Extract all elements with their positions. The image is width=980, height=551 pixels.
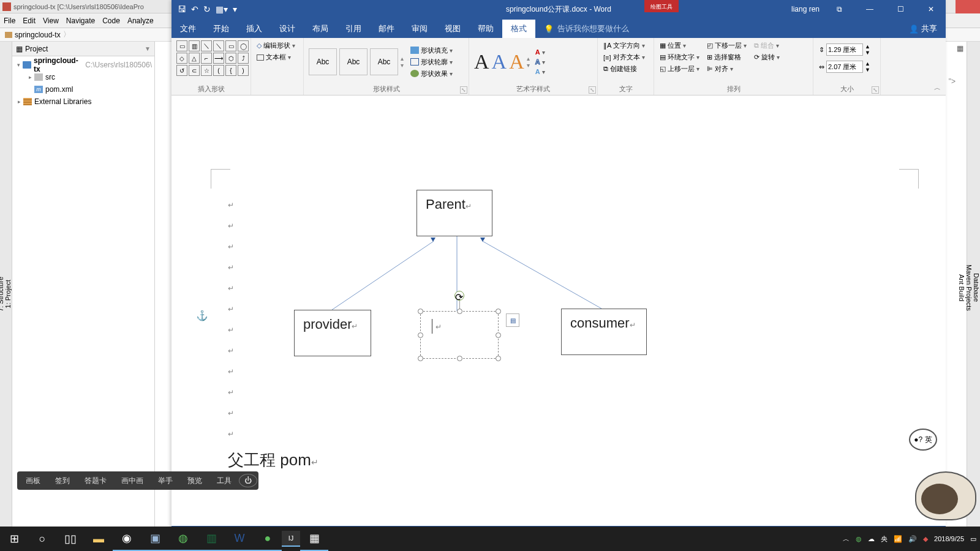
app-icon[interactable]: ▣ (141, 527, 169, 551)
provider-box[interactable]: provider↵ (294, 310, 371, 356)
tab-layout[interactable]: 布局 (304, 20, 337, 38)
position-button[interactable]: ▦位置▾ (659, 40, 700, 51)
collapse-ribbon-icon[interactable]: ︿ (934, 83, 941, 92)
word-icon[interactable]: W (225, 527, 254, 551)
page[interactable]: ↵ ↵ ↵ ↵ ↵ ↵ ↵ ↵ ↵ ↵ ↵ ↵ ⚓ Parent↵ (190, 96, 925, 526)
shape-fill-button[interactable]: 形状填充▾ (410, 45, 453, 56)
notifications-icon[interactable]: ▭ (970, 535, 976, 543)
rotate-button[interactable]: ⟳旋转▾ (753, 52, 780, 62)
system-tray[interactable]: ︿ ◍ ☁ 央 📶 🔊 ◆ 2018/9/25 ▭ (843, 534, 980, 544)
tb-tools[interactable]: 工具 (209, 476, 239, 486)
shapes-gallery[interactable]: ▭▥＼＼▭◯ ◇△⌐⟶⬡⤴ ↺⊂☆({) (176, 40, 249, 83)
shape-style-3[interactable]: Abc (370, 48, 398, 75)
tree-root[interactable]: ▾ springcloud-tx C:\Users\rlsl180506\ (12, 59, 154, 71)
tree-pom[interactable]: m pom.xml (12, 83, 154, 96)
tab-home[interactable]: 开始 (205, 20, 238, 38)
ribbon-options-icon[interactable]: ⧉ (828, 0, 850, 18)
tell-me[interactable]: 💡 告诉我你想要做什么 (535, 20, 638, 38)
resize-handle[interactable] (418, 332, 423, 338)
shape-style-1[interactable]: Abc (309, 48, 337, 75)
bring-forward-button[interactable]: ◱上移一层▾ (659, 64, 700, 74)
floating-toolbar[interactable]: 画板 签到 答题卡 画中画 举手 预览 工具 ⏻ (17, 471, 258, 490)
tab-view[interactable]: 视图 (436, 20, 469, 38)
layout-options-icon[interactable]: ▤ (506, 313, 519, 327)
editor-icon[interactable]: ▦ (957, 44, 963, 53)
resize-handle[interactable] (496, 356, 501, 361)
send-backward-button[interactable]: ◰下移一层▾ (706, 40, 747, 51)
resize-handle[interactable] (496, 332, 501, 338)
word-tabs[interactable]: 文件 开始 插入 设计 布局 引用 邮件 审阅 视图 帮助 格式 💡 告诉我你想… (172, 18, 946, 38)
intellij-icon[interactable]: IJ (282, 531, 300, 547)
text-outline-button[interactable]: A▾ (535, 58, 546, 66)
shape-style-2[interactable]: Abc (339, 48, 368, 75)
dialog-launcher-icon[interactable]: ⤡ (589, 86, 596, 94)
selected-shape[interactable]: ⟳ ↵ (420, 311, 499, 359)
tb-pip[interactable]: 画中画 (114, 476, 151, 486)
group-button[interactable]: ⧉组合▾ (753, 40, 780, 51)
text-effects-button[interactable]: A▾ (535, 67, 546, 76)
menu-analyze[interactable]: Analyze (127, 17, 154, 25)
title-right-controls[interactable]: liang ren ⧉ — ☐ ✕ (791, 0, 946, 18)
tb-raisehand[interactable]: 举手 (151, 476, 180, 486)
tray-date[interactable]: 2018/9/25 (934, 535, 964, 542)
resize-handle[interactable] (418, 309, 423, 314)
tab-help[interactable]: 帮助 (469, 20, 502, 38)
start-button[interactable]: ⊞ (0, 527, 28, 551)
app2-icon[interactable]: ● (254, 527, 282, 551)
resize-handle[interactable] (457, 356, 462, 361)
art-style-1[interactable]: A (474, 50, 489, 73)
menu-file[interactable]: File (4, 17, 15, 25)
qa-more-icon[interactable]: ▦▾ (216, 4, 228, 14)
art-style-3[interactable]: A (509, 50, 524, 73)
tab-mail[interactable]: 邮件 (370, 20, 403, 38)
tab-references[interactable]: 引用 (337, 20, 370, 38)
ribbon[interactable]: ▭▥＼＼▭◯ ◇△⌐⟶⬡⤴ ↺⊂☆({) 插入形状 ◇编辑形状▾ 文本框▾ Ab… (172, 38, 946, 96)
tool-database[interactable]: Database (973, 273, 980, 302)
undo-icon[interactable]: ↶ (191, 4, 198, 14)
task-view-icon[interactable]: ▯▯ (56, 527, 85, 551)
wrap-text-button[interactable]: ▤环绕文字▾ (659, 52, 700, 62)
tray-up-icon[interactable]: ︿ (843, 534, 850, 544)
user-name[interactable]: liang ren (791, 5, 820, 13)
consumer-box[interactable]: consumer↵ (561, 309, 647, 355)
qa-dropdown-icon[interactable]: ▾ (233, 4, 237, 14)
selection-pane-button[interactable]: ⊞选择窗格 (706, 52, 747, 62)
save-icon[interactable]: 🖫 (178, 4, 186, 14)
intellij-left-toolbar[interactable]: 1: Project 7: Structure 2: Favorites (0, 42, 12, 551)
tb-canvas[interactable]: 画板 (18, 476, 48, 486)
create-link-button[interactable]: ⧉创建链接 (603, 64, 646, 74)
resize-handle[interactable] (496, 309, 501, 314)
text-fill-button[interactable]: A▾ (535, 48, 546, 56)
document-canvas[interactable]: ↵ ↵ ↵ ↵ ↵ ↵ ↵ ↵ ↵ ↵ ↵ ↵ ⚓ Parent↵ (172, 96, 946, 526)
project-header[interactable]: ▦ Project ▼ (12, 42, 154, 56)
file-explorer-icon[interactable]: ▬ (85, 527, 113, 551)
tab-format[interactable]: 格式 (502, 20, 535, 38)
tab-design[interactable]: 设计 (271, 20, 304, 38)
wechat-icon[interactable]: ◍ (169, 527, 197, 551)
tray-ime-icon[interactable]: 央 (881, 534, 888, 544)
quick-access-toolbar[interactable]: 🖫 ↶ ↻ ▦▾ ▾ (172, 4, 243, 14)
art-style-2[interactable]: A (492, 50, 507, 73)
tab-review[interactable]: 审阅 (403, 20, 436, 38)
tree-external-libs[interactable]: ▸ External Libraries (12, 96, 154, 108)
tray-wifi-icon[interactable]: 📶 (894, 535, 902, 543)
app3-icon[interactable]: ▦ (300, 527, 328, 551)
shape-outline-button[interactable]: 形状轮廓▾ (410, 57, 453, 67)
close-button[interactable]: ✕ (920, 0, 942, 18)
tb-answer[interactable]: 答题卡 (77, 476, 114, 486)
tray-app-icon[interactable]: ◆ (923, 535, 928, 543)
resize-handle[interactable] (457, 309, 462, 314)
share-button[interactable]: 👤 共享 (900, 20, 946, 38)
cortana-icon[interactable]: ○ (28, 527, 56, 551)
align-text-button[interactable]: [≡]对齐文本▾ (603, 52, 646, 62)
chevron-down-icon[interactable]: ▼ (145, 45, 151, 52)
align-button[interactable]: ⊫对齐▾ (706, 64, 747, 74)
tab-file[interactable]: 文件 (172, 20, 205, 38)
height-input[interactable]: ⇕▲▼ (818, 43, 871, 56)
tb-signin[interactable]: 签到 (48, 476, 77, 486)
dialog-launcher-icon[interactable]: ⤡ (460, 86, 467, 94)
resize-handle[interactable] (418, 356, 423, 361)
tool-structure[interactable]: 7: Structure (0, 277, 4, 312)
tray-icon[interactable]: ☁ (868, 535, 875, 543)
shape-effects-button[interactable]: 形状效果▾ (410, 69, 453, 79)
